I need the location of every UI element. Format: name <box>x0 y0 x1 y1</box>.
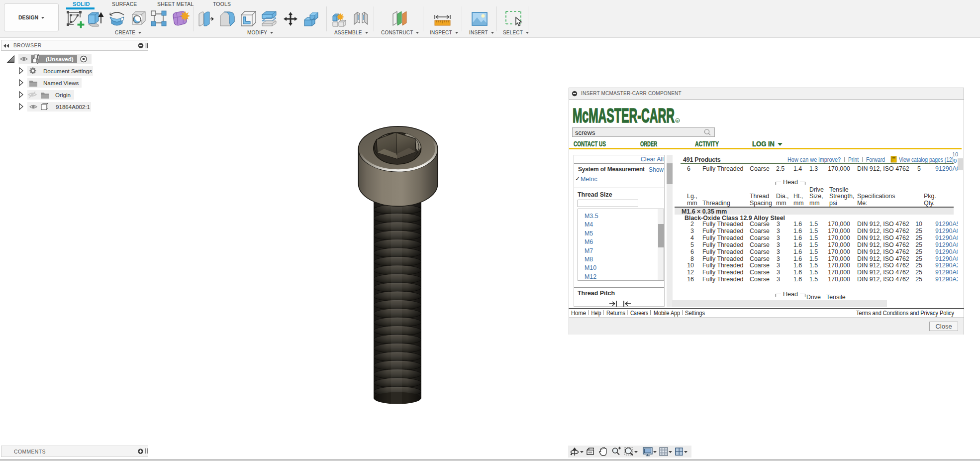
svg-text:Help: Help <box>591 309 601 317</box>
svg-text:Terms and Conditions and Priva: Terms and Conditions and Privacy Policy <box>856 309 955 317</box>
svg-text:ORDER: ORDER <box>640 140 657 148</box>
svg-text:Forward: Forward <box>866 156 885 163</box>
svg-text:Head: Head <box>783 179 798 186</box>
svg-text:Returns: Returns <box>606 309 625 317</box>
svg-text:Mobile App: Mobile App <box>654 309 680 317</box>
svg-text:Home: Home <box>571 309 586 317</box>
svg-text:Settings: Settings <box>685 309 705 317</box>
svg-text:Print: Print <box>848 156 859 163</box>
svg-text:How can we improve?: How can we improve? <box>787 156 841 163</box>
svg-text:R: R <box>677 119 679 122</box>
svg-text:ACTIVITY: ACTIVITY <box>695 140 719 148</box>
svg-text:Careers: Careers <box>630 309 648 317</box>
svg-text:View catalog pages (12): View catalog pages (12) <box>899 156 954 163</box>
svg-text:CONTACT US: CONTACT US <box>574 140 606 148</box>
svg-text:McMASTER-CARR: McMASTER-CARR <box>573 104 675 125</box>
svg-text:LOG IN: LOG IN <box>752 140 775 148</box>
svg-text:Head: Head <box>783 291 798 298</box>
